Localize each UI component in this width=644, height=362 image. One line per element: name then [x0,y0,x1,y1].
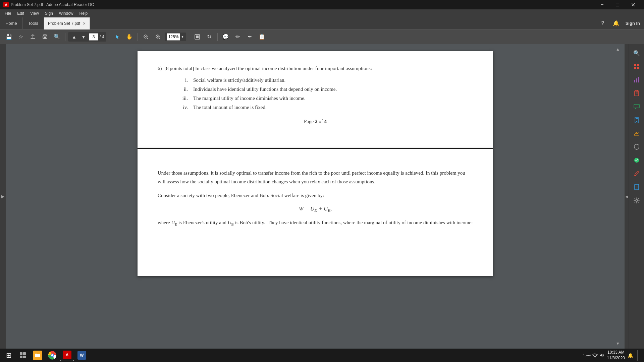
sign-in-button[interactable]: Sign In [626,21,640,26]
right-comment-button[interactable] [631,101,643,113]
right-pen-button[interactable] [631,168,643,180]
right-clipboard-button[interactable] [631,87,643,99]
tab-document[interactable]: Problem Set 7.pdf × [44,17,90,29]
pdf-scroll-area[interactable]: 6) [8 points total] In class we analyzed… [6,44,625,349]
svg-point-39 [595,357,595,358]
pdf-page-2: 6) [8 points total] In class we analyzed… [138,51,493,148]
rotate-button[interactable]: ↻ [204,32,215,42]
volume-icon [599,353,604,358]
select-tool-button[interactable] [112,32,123,42]
upload-button[interactable] [28,32,38,42]
left-panel-collapse[interactable]: ▶ [0,44,6,349]
taskbar-acrobat[interactable]: A [60,349,74,361]
comment-button[interactable]: 💬 [220,32,231,42]
menu-view[interactable]: View [28,10,42,16]
zoom-out-button[interactable] [141,32,151,42]
help-icon[interactable]: ? [599,19,607,27]
draw-button[interactable]: ✒ [245,32,255,42]
show-desktop-button[interactable] [637,350,639,361]
taskbar-taskview[interactable] [16,349,30,361]
left-arrow-icon: ▶ [1,194,4,199]
maximize-button[interactable]: □ [610,0,625,9]
page-separator: / [100,35,101,39]
prev-page-button[interactable]: ▲ [70,33,78,41]
right-panel-collapse[interactable]: ◀ [625,44,629,349]
window-controls: − □ ✕ [594,0,641,9]
svg-rect-13 [637,64,639,66]
right-dashboard-button[interactable] [631,60,643,72]
bookmark-button[interactable]: ☆ [15,32,26,42]
tab-close-button[interactable]: × [83,21,86,26]
roman-numeral-ii: ii. [178,85,188,94]
zoom-dropdown-button[interactable]: ▼ [181,35,184,39]
page-navigation: ▲ ▼ / 4 [68,32,106,42]
toolbar-divider-4 [189,33,189,41]
right-sign-button[interactable] [631,127,643,139]
pdf-viewer: 6) [8 points total] In class we analyzed… [6,44,625,349]
total-pages: 4 [102,35,104,39]
zoom-in-button[interactable] [153,32,163,42]
right-search-button[interactable]: 🔍 [631,47,643,59]
start-button[interactable]: ⊞ [3,349,15,361]
scroll-down-arrow[interactable]: ▼ [616,341,620,346]
zoom-level-input[interactable] [167,33,180,41]
system-tray: ^ [583,353,604,358]
scroll-up-arrow[interactable]: ▲ [616,47,620,52]
right-doc-button[interactable] [631,181,643,193]
right-panel: 🔍 [629,44,644,349]
assumptions-list: i. Social welfare is strictly/additively… [178,76,473,112]
right-shield-button[interactable] [631,141,643,153]
svg-rect-23 [634,104,639,108]
tab-home[interactable]: Home [0,17,23,29]
network-icon [586,353,591,358]
svg-rect-16 [634,80,635,82]
minimize-button[interactable]: − [594,0,610,9]
taskbar-chrome[interactable] [46,349,59,361]
stamp-button[interactable]: 📋 [257,32,267,42]
fit-page-button[interactable] [192,32,203,42]
menu-sign[interactable]: Sign [42,10,56,16]
menu-edit[interactable]: Edit [14,10,27,16]
menu-file[interactable]: File [2,10,14,16]
next-page-button[interactable]: ▼ [79,33,88,41]
svg-rect-34 [20,356,22,358]
right-chart-button[interactable] [631,74,643,86]
taskbar-word[interactable]: W [75,349,89,361]
list-item: i. Social welfare is strictly/additively… [178,76,473,85]
acrobat-icon: A [63,351,71,359]
svg-rect-32 [20,352,22,355]
right-bookmark-button[interactable] [631,114,643,126]
close-button[interactable]: ✕ [625,0,641,9]
question-number: 6) [158,66,162,71]
menu-help[interactable]: Help [77,10,91,16]
right-blue-button[interactable] [631,154,643,166]
menu-window[interactable]: Window [56,10,76,16]
svg-rect-24 [636,118,638,119]
zoom-controls: ▼ [165,33,186,41]
svg-rect-14 [634,67,636,69]
right-arrow-icon: ◀ [625,195,628,198]
main-area: ▶ 6) [8 points total] In class we analyz… [0,44,644,349]
svg-rect-33 [23,352,26,355]
window-title: Problem Set 7.pdf - Adobe Acrobat Reader… [11,2,94,7]
taskbar-explorer[interactable] [31,349,44,361]
svg-rect-12 [634,64,636,66]
tray-chevron[interactable]: ^ [583,354,584,357]
word-icon: W [77,351,86,360]
save-button[interactable]: 💾 [3,32,14,42]
current-page-input[interactable] [89,33,98,41]
edit-button[interactable]: ✏ [232,32,243,42]
svg-rect-11 [196,36,199,38]
bell-icon[interactable]: 🔔 [612,19,620,27]
print-button[interactable] [40,32,50,42]
tab-tools[interactable]: Tools [23,17,44,29]
roman-numeral-iv: iv. [178,103,188,112]
explorer-icon [33,351,42,360]
hand-tool-button[interactable]: ✋ [124,32,135,42]
right-settings-button[interactable] [631,194,643,206]
notification-icon[interactable]: 🔔 [628,353,633,358]
toolbar: 💾 ☆ 🔍 ▲ ▼ / 4 ✋ [0,29,644,44]
search-button[interactable]: 🔍 [52,32,62,42]
page-2-content: 6) [8 points total] In class we analyzed… [138,51,493,148]
list-item: ii. Individuals have identical utility f… [178,85,473,94]
